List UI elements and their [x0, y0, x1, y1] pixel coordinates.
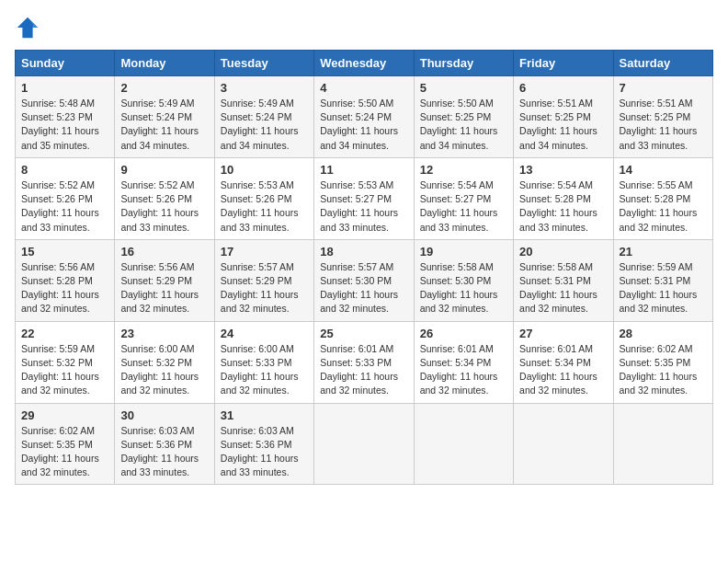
day-cell: 1 Sunrise: 5:48 AM Sunset: 5:23 PM Dayli… — [16, 76, 115, 158]
daylight-label: Daylight: 11 hours and 32 minutes. — [519, 289, 597, 314]
sunrise-label: Sunrise: 5:51 AM — [620, 98, 693, 109]
daylight-label: Daylight: 11 hours and 33 minutes. — [620, 125, 698, 150]
sunrise-label: Sunrise: 6:03 AM — [120, 425, 194, 436]
daylight-label: Daylight: 11 hours and 32 minutes. — [519, 371, 597, 396]
sunset-label: Sunset: 5:28 PM — [519, 193, 591, 204]
day-number: 25 — [320, 327, 407, 340]
day-number: 14 — [620, 163, 707, 177]
sunrise-label: Sunrise: 5:56 AM — [120, 261, 194, 272]
day-info: Sunrise: 6:03 AM Sunset: 5:36 PM Dayligh… — [221, 424, 308, 480]
day-number: 4 — [320, 81, 407, 95]
day-info: Sunrise: 5:51 AM Sunset: 5:25 PM Dayligh… — [620, 97, 707, 153]
day-cell: 16 Sunrise: 5:56 AM Sunset: 5:29 PM Dayl… — [115, 239, 214, 321]
daylight-label: Daylight: 11 hours and 33 minutes. — [320, 207, 398, 232]
day-cell: 2 Sunrise: 5:49 AM Sunset: 5:24 PM Dayli… — [115, 76, 214, 158]
sunrise-label: Sunrise: 5:49 AM — [120, 98, 194, 109]
day-info: Sunrise: 5:59 AM Sunset: 5:32 PM Dayligh… — [21, 342, 108, 398]
sunrise-label: Sunrise: 5:58 AM — [519, 261, 593, 272]
daylight-label: Daylight: 11 hours and 33 minutes. — [519, 207, 597, 232]
header-sunday: Sunday — [16, 51, 115, 76]
daylight-label: Daylight: 11 hours and 32 minutes. — [620, 371, 698, 396]
header-wednesday: Wednesday — [314, 51, 414, 76]
day-info: Sunrise: 6:00 AM Sunset: 5:33 PM Dayligh… — [221, 342, 308, 398]
sunset-label: Sunset: 5:25 PM — [519, 111, 591, 122]
daylight-label: Daylight: 11 hours and 35 minutes. — [21, 125, 99, 150]
daylight-label: Daylight: 11 hours and 32 minutes. — [420, 289, 498, 314]
daylight-label: Daylight: 11 hours and 34 minutes. — [221, 125, 299, 150]
day-info: Sunrise: 6:02 AM Sunset: 5:35 PM Dayligh… — [620, 342, 707, 398]
day-number: 8 — [21, 163, 108, 177]
day-cell — [514, 403, 613, 485]
day-info: Sunrise: 5:56 AM Sunset: 5:28 PM Dayligh… — [21, 260, 108, 316]
sunset-label: Sunset: 5:32 PM — [21, 357, 93, 368]
sunrise-label: Sunrise: 5:49 AM — [221, 98, 294, 109]
day-info: Sunrise: 5:57 AM Sunset: 5:29 PM Dayligh… — [221, 260, 308, 316]
day-cell — [613, 403, 712, 485]
daylight-label: Daylight: 11 hours and 32 minutes. — [420, 371, 498, 396]
logo — [15, 15, 44, 40]
sunrise-label: Sunrise: 6:02 AM — [21, 425, 95, 436]
day-cell: 3 Sunrise: 5:49 AM Sunset: 5:24 PM Dayli… — [214, 76, 313, 158]
day-info: Sunrise: 5:53 AM Sunset: 5:27 PM Dayligh… — [320, 178, 407, 235]
sunrise-label: Sunrise: 5:57 AM — [320, 261, 393, 272]
day-cell: 19 Sunrise: 5:58 AM Sunset: 5:30 PM Dayl… — [414, 239, 513, 321]
daylight-label: Daylight: 11 hours and 32 minutes. — [21, 371, 99, 396]
day-cell: 7 Sunrise: 5:51 AM Sunset: 5:25 PM Dayli… — [613, 76, 712, 158]
day-info: Sunrise: 5:59 AM Sunset: 5:31 PM Dayligh… — [620, 260, 707, 316]
day-info: Sunrise: 5:54 AM Sunset: 5:27 PM Dayligh… — [420, 178, 507, 235]
sunset-label: Sunset: 5:30 PM — [420, 275, 492, 286]
daylight-label: Daylight: 11 hours and 33 minutes. — [221, 453, 299, 477]
day-cell: 11 Sunrise: 5:53 AM Sunset: 5:27 PM Dayl… — [314, 157, 414, 239]
sunset-label: Sunset: 5:32 PM — [120, 357, 192, 368]
sunset-label: Sunset: 5:24 PM — [221, 111, 292, 122]
daylight-label: Daylight: 11 hours and 33 minutes. — [120, 207, 199, 232]
day-info: Sunrise: 5:50 AM Sunset: 5:24 PM Dayligh… — [320, 97, 407, 153]
sunrise-label: Sunrise: 5:57 AM — [221, 261, 294, 272]
sunset-label: Sunset: 5:34 PM — [519, 357, 591, 368]
sunset-label: Sunset: 5:27 PM — [420, 193, 492, 204]
sunrise-label: Sunrise: 5:55 AM — [620, 179, 693, 190]
day-number: 7 — [620, 81, 707, 95]
daylight-label: Daylight: 11 hours and 32 minutes. — [21, 453, 99, 477]
daylight-label: Daylight: 11 hours and 33 minutes. — [21, 207, 99, 232]
daylight-label: Daylight: 11 hours and 33 minutes. — [120, 453, 199, 477]
day-number: 9 — [120, 163, 208, 177]
week-row-5: 29 Sunrise: 6:02 AM Sunset: 5:35 PM Dayl… — [16, 403, 713, 485]
sunset-label: Sunset: 5:25 PM — [420, 111, 492, 122]
sunset-label: Sunset: 5:24 PM — [320, 111, 392, 122]
sunset-label: Sunset: 5:31 PM — [620, 275, 691, 286]
day-info: Sunrise: 6:00 AM Sunset: 5:32 PM Dayligh… — [120, 342, 208, 398]
daylight-label: Daylight: 11 hours and 32 minutes. — [221, 371, 299, 396]
day-number: 30 — [120, 408, 208, 422]
sunrise-label: Sunrise: 6:00 AM — [120, 343, 194, 354]
day-number: 1 — [21, 81, 108, 95]
sunrise-label: Sunrise: 5:50 AM — [420, 98, 494, 109]
daylight-label: Daylight: 11 hours and 34 minutes. — [320, 125, 398, 150]
calendar-table: SundayMondayTuesdayWednesdayThursdayFrid… — [15, 50, 713, 485]
sunrise-label: Sunrise: 5:51 AM — [519, 98, 593, 109]
day-cell: 25 Sunrise: 6:01 AM Sunset: 5:33 PM Dayl… — [314, 321, 414, 403]
day-info: Sunrise: 5:52 AM Sunset: 5:26 PM Dayligh… — [21, 178, 108, 235]
daylight-label: Daylight: 11 hours and 32 minutes. — [120, 371, 199, 396]
day-info: Sunrise: 5:52 AM Sunset: 5:26 PM Dayligh… — [120, 178, 208, 235]
day-number: 11 — [320, 163, 407, 177]
day-cell: 6 Sunrise: 5:51 AM Sunset: 5:25 PM Dayli… — [514, 76, 613, 158]
header-saturday: Saturday — [613, 51, 712, 76]
day-number: 5 — [420, 81, 507, 95]
day-info: Sunrise: 5:56 AM Sunset: 5:29 PM Dayligh… — [120, 260, 208, 316]
day-cell: 14 Sunrise: 5:55 AM Sunset: 5:28 PM Dayl… — [613, 157, 712, 239]
day-cell: 26 Sunrise: 6:01 AM Sunset: 5:34 PM Dayl… — [414, 321, 513, 403]
day-info: Sunrise: 6:01 AM Sunset: 5:34 PM Dayligh… — [519, 342, 607, 398]
day-cell: 17 Sunrise: 5:57 AM Sunset: 5:29 PM Dayl… — [214, 239, 313, 321]
day-cell: 10 Sunrise: 5:53 AM Sunset: 5:26 PM Dayl… — [214, 157, 313, 239]
sunset-label: Sunset: 5:31 PM — [519, 275, 591, 286]
sunrise-label: Sunrise: 6:00 AM — [221, 343, 294, 354]
day-number: 13 — [519, 163, 607, 177]
daylight-label: Daylight: 11 hours and 32 minutes. — [221, 289, 299, 314]
day-info: Sunrise: 5:50 AM Sunset: 5:25 PM Dayligh… — [420, 97, 507, 153]
day-cell: 30 Sunrise: 6:03 AM Sunset: 5:36 PM Dayl… — [115, 403, 214, 485]
sunset-label: Sunset: 5:36 PM — [120, 439, 192, 450]
daylight-label: Daylight: 11 hours and 32 minutes. — [120, 289, 199, 314]
day-cell: 5 Sunrise: 5:50 AM Sunset: 5:25 PM Dayli… — [414, 76, 513, 158]
sunrise-label: Sunrise: 5:59 AM — [620, 261, 693, 272]
